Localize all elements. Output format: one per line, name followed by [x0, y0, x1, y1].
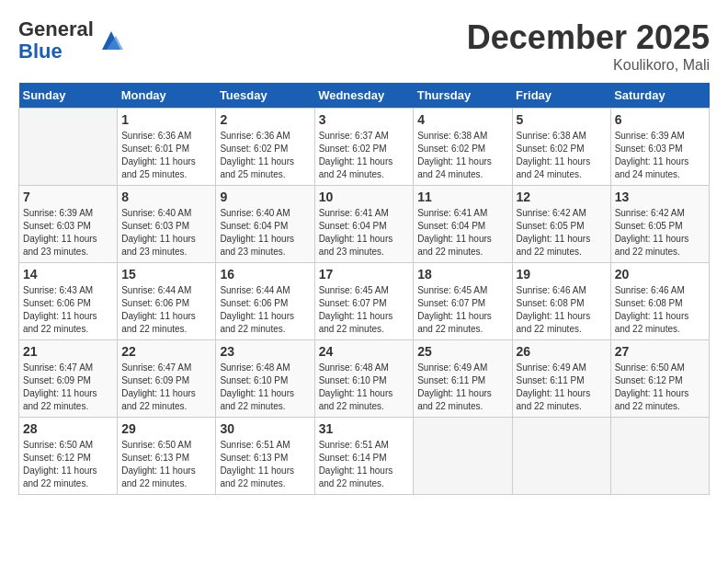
day-cell: 28Sunrise: 6:50 AM Sunset: 6:12 PM Dayli… [19, 418, 118, 495]
day-cell: 5Sunrise: 6:38 AM Sunset: 6:02 PM Daylig… [512, 109, 610, 186]
day-number: 18 [417, 267, 507, 282]
day-cell: 15Sunrise: 6:44 AM Sunset: 6:06 PM Dayli… [118, 263, 216, 340]
day-cell: 14Sunrise: 6:43 AM Sunset: 6:06 PM Dayli… [19, 263, 118, 340]
weekday-header: Monday [118, 83, 216, 109]
day-cell: 1Sunrise: 6:36 AM Sunset: 6:01 PM Daylig… [118, 109, 216, 186]
day-cell: 7Sunrise: 6:39 AM Sunset: 6:03 PM Daylig… [19, 186, 118, 263]
day-cell: 13Sunrise: 6:42 AM Sunset: 6:05 PM Dayli… [610, 186, 709, 263]
week-row: 21Sunrise: 6:47 AM Sunset: 6:09 PM Dayli… [19, 340, 710, 418]
day-info: Sunrise: 6:44 AM Sunset: 6:06 PM Dayligh… [121, 284, 211, 336]
day-number: 5 [517, 112, 607, 127]
day-number: 14 [23, 267, 113, 282]
day-info: Sunrise: 6:42 AM Sunset: 6:05 PM Dayligh… [615, 207, 705, 259]
day-number: 2 [220, 112, 310, 127]
day-info: Sunrise: 6:40 AM Sunset: 6:04 PM Dayligh… [220, 207, 310, 259]
week-row: 14Sunrise: 6:43 AM Sunset: 6:06 PM Dayli… [19, 263, 710, 340]
day-cell: 9Sunrise: 6:40 AM Sunset: 6:04 PM Daylig… [216, 186, 314, 263]
day-number: 26 [517, 344, 607, 359]
day-info: Sunrise: 6:44 AM Sunset: 6:06 PM Dayligh… [220, 284, 310, 336]
day-info: Sunrise: 6:50 AM Sunset: 6:12 PM Dayligh… [615, 362, 705, 413]
weekday-header: Friday [512, 83, 610, 109]
calendar-table: SundayMondayTuesdayWednesdayThursdayFrid… [18, 83, 710, 495]
day-cell: 26Sunrise: 6:49 AM Sunset: 6:11 PM Dayli… [512, 340, 610, 418]
day-number: 30 [220, 421, 310, 436]
day-number: 27 [615, 344, 705, 359]
day-info: Sunrise: 6:47 AM Sunset: 6:09 PM Dayligh… [23, 362, 113, 413]
day-number: 11 [417, 190, 507, 204]
day-number: 28 [23, 421, 113, 436]
day-number: 1 [121, 112, 211, 127]
day-number: 13 [615, 190, 705, 204]
location: Koulikoro, Mali [467, 57, 710, 74]
day-number: 20 [615, 267, 705, 282]
logo-blue: Blue [18, 40, 63, 63]
day-info: Sunrise: 6:51 AM Sunset: 6:13 PM Dayligh… [220, 439, 310, 490]
day-info: Sunrise: 6:42 AM Sunset: 6:05 PM Dayligh… [517, 207, 607, 259]
day-number: 8 [121, 190, 211, 204]
week-row: 28Sunrise: 6:50 AM Sunset: 6:12 PM Dayli… [19, 418, 710, 495]
day-cell: 17Sunrise: 6:45 AM Sunset: 6:07 PM Dayli… [314, 263, 414, 340]
day-number: 17 [319, 267, 410, 282]
day-info: Sunrise: 6:48 AM Sunset: 6:10 PM Dayligh… [220, 362, 310, 413]
day-number: 29 [121, 421, 211, 436]
day-cell: 25Sunrise: 6:49 AM Sunset: 6:11 PM Dayli… [414, 340, 512, 418]
day-number: 10 [319, 190, 410, 204]
day-cell: 4Sunrise: 6:38 AM Sunset: 6:02 PM Daylig… [414, 109, 512, 186]
day-info: Sunrise: 6:49 AM Sunset: 6:11 PM Dayligh… [517, 362, 607, 413]
day-cell: 8Sunrise: 6:40 AM Sunset: 6:03 PM Daylig… [118, 186, 216, 263]
day-cell: 31Sunrise: 6:51 AM Sunset: 6:14 PM Dayli… [314, 418, 414, 495]
day-cell: 19Sunrise: 6:46 AM Sunset: 6:08 PM Dayli… [512, 263, 610, 340]
day-number: 31 [319, 421, 410, 436]
day-info: Sunrise: 6:47 AM Sunset: 6:09 PM Dayligh… [121, 362, 211, 413]
day-info: Sunrise: 6:50 AM Sunset: 6:12 PM Dayligh… [23, 439, 113, 490]
day-info: Sunrise: 6:41 AM Sunset: 6:04 PM Dayligh… [417, 207, 507, 259]
day-number: 6 [615, 112, 705, 127]
day-cell: 29Sunrise: 6:50 AM Sunset: 6:13 PM Dayli… [118, 418, 216, 495]
day-info: Sunrise: 6:50 AM Sunset: 6:13 PM Dayligh… [121, 439, 211, 490]
day-info: Sunrise: 6:36 AM Sunset: 6:01 PM Dayligh… [121, 130, 211, 181]
day-number: 21 [23, 344, 113, 359]
day-cell: 10Sunrise: 6:41 AM Sunset: 6:04 PM Dayli… [314, 186, 414, 263]
day-info: Sunrise: 6:45 AM Sunset: 6:07 PM Dayligh… [417, 284, 507, 336]
day-info: Sunrise: 6:41 AM Sunset: 6:04 PM Dayligh… [319, 207, 410, 259]
day-cell: 2Sunrise: 6:36 AM Sunset: 6:02 PM Daylig… [216, 109, 314, 186]
day-info: Sunrise: 6:46 AM Sunset: 6:08 PM Dayligh… [517, 284, 607, 336]
day-number: 4 [417, 112, 507, 127]
week-row: 1Sunrise: 6:36 AM Sunset: 6:01 PM Daylig… [19, 109, 710, 186]
day-info: Sunrise: 6:39 AM Sunset: 6:03 PM Dayligh… [23, 207, 113, 259]
day-cell: 3Sunrise: 6:37 AM Sunset: 6:02 PM Daylig… [314, 109, 414, 186]
day-info: Sunrise: 6:40 AM Sunset: 6:03 PM Dayligh… [121, 207, 211, 259]
day-cell: 12Sunrise: 6:42 AM Sunset: 6:05 PM Dayli… [512, 186, 610, 263]
day-info: Sunrise: 6:38 AM Sunset: 6:02 PM Dayligh… [517, 130, 607, 181]
logo-icon [97, 27, 125, 54]
day-cell: 11Sunrise: 6:41 AM Sunset: 6:04 PM Dayli… [414, 186, 512, 263]
day-info: Sunrise: 6:48 AM Sunset: 6:10 PM Dayligh… [319, 362, 410, 413]
day-number: 23 [220, 344, 310, 359]
logo: General Blue [18, 18, 125, 63]
day-cell: 16Sunrise: 6:44 AM Sunset: 6:06 PM Dayli… [216, 263, 314, 340]
day-number: 16 [220, 267, 310, 282]
day-info: Sunrise: 6:45 AM Sunset: 6:07 PM Dayligh… [319, 284, 410, 336]
day-number: 19 [517, 267, 607, 282]
day-cell [610, 418, 709, 495]
logo-general: General [18, 17, 94, 40]
day-cell [414, 418, 512, 495]
day-cell: 24Sunrise: 6:48 AM Sunset: 6:10 PM Dayli… [314, 340, 414, 418]
month-title: December 2025 [467, 18, 710, 57]
weekday-header: Thursday [414, 83, 512, 109]
day-cell: 22Sunrise: 6:47 AM Sunset: 6:09 PM Dayli… [118, 340, 216, 418]
day-number: 25 [417, 344, 507, 359]
day-number: 3 [319, 112, 410, 127]
day-cell: 20Sunrise: 6:46 AM Sunset: 6:08 PM Dayli… [610, 263, 709, 340]
day-info: Sunrise: 6:43 AM Sunset: 6:06 PM Dayligh… [23, 284, 113, 336]
page-header: General Blue December 2025 Koulikoro, Ma… [18, 18, 710, 74]
weekday-header: Tuesday [216, 83, 314, 109]
weekday-header: Saturday [610, 83, 709, 109]
day-cell: 27Sunrise: 6:50 AM Sunset: 6:12 PM Dayli… [610, 340, 709, 418]
day-number: 24 [319, 344, 410, 359]
title-section: December 2025 Koulikoro, Mali [467, 18, 710, 74]
day-cell: 23Sunrise: 6:48 AM Sunset: 6:10 PM Dayli… [216, 340, 314, 418]
day-info: Sunrise: 6:38 AM Sunset: 6:02 PM Dayligh… [417, 130, 507, 181]
day-number: 12 [517, 190, 607, 204]
day-cell: 30Sunrise: 6:51 AM Sunset: 6:13 PM Dayli… [216, 418, 314, 495]
